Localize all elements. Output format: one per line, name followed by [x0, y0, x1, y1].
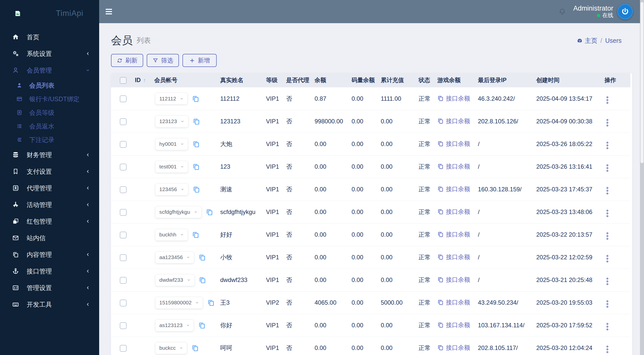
row-actions-button[interactable] — [605, 322, 609, 331]
game-balance-link[interactable]: 接口余额 — [437, 162, 470, 170]
row-created-at: 2025-03-23 13:48:06 — [535, 201, 603, 223]
breadcrumb-home-link[interactable]: 主页 — [585, 37, 597, 45]
account-select[interactable]: 15159800002 — [155, 297, 203, 309]
row-checkbox[interactable] — [120, 277, 127, 284]
row-level: VIP1 — [264, 87, 285, 110]
sidebar-item-0[interactable]: 首页 — [0, 29, 99, 45]
row-actions-button[interactable] — [605, 277, 609, 286]
row-actions-button[interactable] — [605, 186, 609, 195]
game-balance-link[interactable]: 接口余额 — [437, 94, 470, 102]
copy-account-icon[interactable] — [192, 344, 199, 352]
sidebar-subitem-2-0[interactable]: 会员列表 — [0, 79, 99, 92]
account-select[interactable]: buckcc — [155, 342, 187, 354]
account-select-value: buckcc — [159, 345, 176, 351]
breadcrumb-current[interactable]: Users — [605, 37, 622, 44]
account-select[interactable]: hy0001 — [155, 138, 188, 150]
copy-account-icon[interactable] — [207, 299, 215, 306]
game-balance-link[interactable]: 接口余额 — [437, 185, 470, 193]
account-select[interactable]: 123123 — [155, 116, 188, 127]
row-actions-button[interactable] — [605, 231, 609, 241]
row-checkbox[interactable] — [120, 209, 127, 216]
row-actions-button[interactable] — [605, 254, 609, 263]
account-select[interactable]: 112112 — [155, 93, 187, 104]
row-actions-button[interactable] — [605, 209, 609, 218]
sidebar-item-7[interactable]: 红包管理 — [0, 213, 99, 230]
copy-account-icon[interactable] — [193, 186, 200, 193]
game-balance-link[interactable]: 接口余额 — [437, 321, 470, 329]
game-balance-link[interactable]: 接口余额 — [437, 230, 470, 238]
sidebar-item-12[interactable]: 开发工具 — [0, 296, 99, 313]
row-checkbox[interactable] — [120, 95, 127, 102]
col-id[interactable]: ID — [135, 77, 141, 83]
row-checkbox[interactable] — [120, 186, 127, 193]
game-balance-link[interactable]: 接口余额 — [437, 117, 470, 125]
sidebar-subitem-2-3[interactable]: 会员返水 — [0, 119, 99, 133]
breadcrumb-separator: / — [600, 37, 602, 44]
row-checkbox[interactable] — [120, 164, 127, 170]
row-checkbox[interactable] — [120, 254, 127, 261]
bell-icon[interactable] — [558, 8, 566, 16]
row-checkbox[interactable] — [120, 118, 127, 125]
sidebar-item-2[interactable]: 会员管理 — [0, 62, 99, 79]
sidebar-item-3[interactable]: 财务管理 — [0, 147, 99, 163]
avatar[interactable] — [617, 4, 633, 19]
row-actions-button[interactable] — [605, 163, 609, 173]
row-real-name: 你好 — [219, 314, 264, 337]
row-actions-button[interactable] — [605, 95, 609, 105]
account-select[interactable]: aa123456 — [155, 252, 194, 263]
game-balance-link[interactable]: 接口余额 — [437, 253, 470, 261]
sidebar-item-8[interactable]: 站内信 — [0, 230, 99, 246]
copy-account-icon[interactable] — [199, 254, 206, 261]
account-select[interactable]: dwdwf233 — [155, 274, 195, 286]
game-balance-link[interactable]: 接口余额 — [437, 208, 470, 216]
account-select[interactable]: test001 — [155, 161, 188, 173]
scrollbar-thumb[interactable] — [640, 2, 643, 163]
sidebar-subitem-2-1[interactable]: 银行卡/USDT绑定 — [0, 92, 99, 106]
copy-account-icon[interactable] — [199, 276, 206, 284]
sidebar-item-4[interactable]: 支付设置 — [0, 163, 99, 180]
account-select[interactable]: 123456 — [155, 184, 188, 195]
row-checkbox[interactable] — [120, 232, 127, 238]
row-actions-button[interactable] — [605, 141, 609, 150]
row-checkbox[interactable] — [120, 322, 127, 329]
row-checkbox[interactable] — [120, 141, 127, 148]
sidebar-item-1[interactable]: 系统设置 — [0, 45, 99, 62]
game-balance-link[interactable]: 接口余额 — [437, 140, 470, 148]
copy-account-icon[interactable] — [193, 118, 200, 125]
account-select[interactable]: scfdgfhtjykgu — [155, 206, 202, 218]
row-actions-button[interactable] — [605, 299, 609, 309]
sidebar-subitem-2-2[interactable]: 会员等级 — [0, 106, 99, 119]
game-balance-link[interactable]: 接口余额 — [437, 298, 470, 306]
row-actions-button[interactable] — [605, 345, 609, 354]
row-actions-button[interactable] — [605, 118, 609, 127]
filter-button[interactable]: 筛选 — [147, 54, 179, 67]
sidebar-item-11[interactable]: 管理设置 — [0, 279, 99, 296]
sidebar-item-5[interactable]: 代理管理 — [0, 180, 99, 196]
copy-account-icon[interactable] — [193, 140, 200, 148]
copy-account-icon[interactable] — [193, 163, 200, 170]
game-balance-label: 接口余额 — [446, 94, 470, 102]
sort-up-icon[interactable]: ↑ — [143, 77, 146, 83]
account-select[interactable]: as123123 — [155, 319, 194, 331]
refresh-button[interactable]: 刷新 — [111, 54, 143, 67]
game-balance-link[interactable]: 接口余额 — [437, 276, 470, 284]
game-balance-link[interactable]: 接口余额 — [437, 344, 470, 352]
copy-account-icon[interactable] — [198, 322, 206, 329]
sidebar-item-9[interactable]: 内容管理 — [0, 246, 99, 263]
add-button[interactable]: 新增 — [182, 54, 217, 67]
copy-account-icon[interactable] — [192, 231, 199, 238]
copy-account-icon[interactable] — [192, 95, 199, 102]
select-all-checkbox[interactable] — [120, 77, 127, 84]
col-is-agent: 是否代理 — [285, 73, 313, 87]
copy-account-icon[interactable] — [206, 208, 213, 216]
row-checkbox[interactable] — [120, 345, 127, 352]
chevron-down-icon — [186, 256, 190, 259]
broken-image-icon — [14, 10, 21, 17]
sidebar-subitem-2-4[interactable]: 下注记录 — [0, 133, 99, 147]
sidebar-item-10[interactable]: 接口管理 — [0, 263, 99, 279]
hamburger-icon[interactable] — [106, 9, 112, 14]
account-select[interactable]: buckhh — [155, 229, 188, 241]
chevron-down-icon — [181, 188, 184, 191]
sidebar-item-6[interactable]: 活动管理 — [0, 196, 99, 213]
row-checkbox[interactable] — [120, 300, 127, 306]
